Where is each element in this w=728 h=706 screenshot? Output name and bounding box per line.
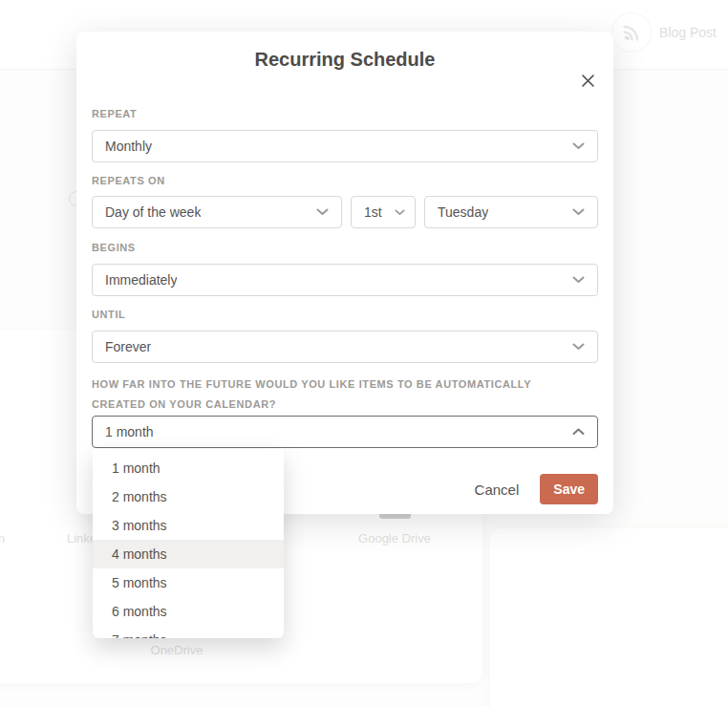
repeats-on-type-select[interactable]: Day of the week [92, 196, 342, 228]
until-label: UNTIL [92, 309, 598, 321]
chevron-down-icon [572, 208, 585, 216]
chevron-down-icon [572, 276, 585, 284]
dropdown-option[interactable]: 7 months [93, 626, 284, 638]
future-horizon-select[interactable]: 1 month [92, 416, 598, 448]
dropdown-option[interactable]: 1 month [93, 454, 284, 482]
repeats-on-ordinal-value: 1st [364, 204, 382, 220]
dropdown-option[interactable]: 5 months [93, 568, 284, 597]
repeats-on-weekday-select[interactable]: Tuesday [424, 196, 598, 228]
chevron-down-icon [316, 208, 329, 216]
chevron-down-icon [572, 142, 585, 150]
recurring-schedule-modal: Recurring Schedule REPEAT Monthly REPEAT… [76, 32, 613, 514]
until-select-value: Forever [105, 339, 151, 354]
until-select[interactable]: Forever [92, 331, 598, 363]
repeats-on-label: REPEATS ON [92, 175, 598, 187]
modal-title: Recurring Schedule [92, 48, 598, 71]
dropdown-option[interactable]: 6 months [93, 597, 284, 626]
begins-label: BEGINS [92, 242, 598, 254]
begins-select-value: Immediately [105, 272, 177, 288]
chevron-down-icon [395, 209, 405, 216]
repeat-select-value: Monthly [105, 139, 152, 154]
repeat-select[interactable]: Monthly [92, 130, 598, 162]
future-horizon-select-value: 1 month [105, 424, 154, 439]
save-button[interactable]: Save [540, 474, 598, 504]
future-horizon-label: HOW FAR INTO THE FUTURE WOULD YOU LIKE I… [92, 374, 598, 415]
dropdown-option[interactable]: 2 months [93, 482, 284, 511]
repeats-on-ordinal-select[interactable]: 1st [351, 196, 416, 228]
chevron-down-icon [572, 343, 585, 351]
cancel-button[interactable]: Cancel [475, 481, 520, 498]
repeats-on-row: Day of the week 1st Tuesday [92, 196, 598, 228]
chevron-up-icon [572, 428, 585, 436]
month-options-dropdown: 1 month2 months3 months4 months5 months6… [93, 449, 284, 638]
begins-select[interactable]: Immediately [92, 264, 598, 296]
future-horizon-label-line1: HOW FAR INTO THE FUTURE WOULD YOU LIKE I… [92, 374, 598, 395]
repeat-label: REPEAT [92, 108, 598, 120]
dropdown-option[interactable]: 4 months [93, 540, 284, 568]
repeats-on-weekday-value: Tuesday [438, 204, 488, 220]
dropdown-option[interactable]: 3 months [93, 511, 284, 540]
repeats-on-type-value: Day of the week [105, 204, 201, 220]
future-horizon-label-line2: CREATED ON YOUR CALENDAR? [92, 395, 598, 415]
close-icon[interactable] [578, 71, 597, 90]
